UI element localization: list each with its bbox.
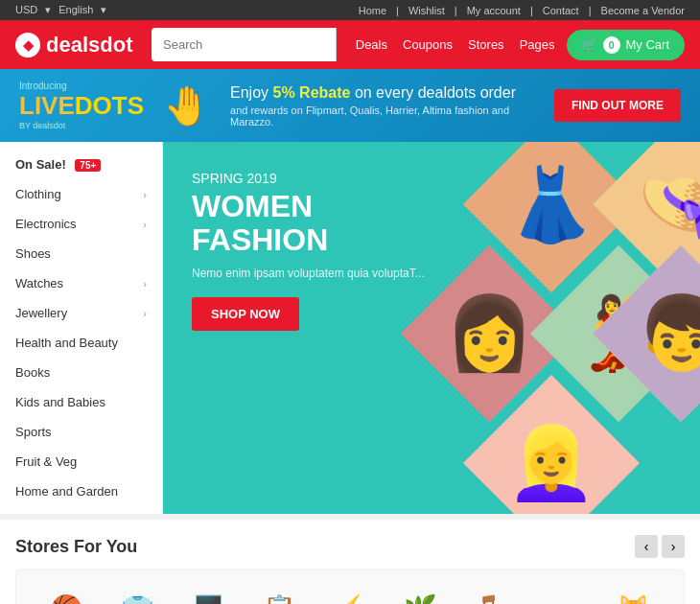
store-baseball[interactable]: 🏀 Baseball (32, 586, 103, 604)
harrier-icon: 🚗 (546, 593, 579, 604)
furnicor-icon: 🪑 (475, 593, 508, 604)
banner-hand-icon: 🤚 (163, 83, 211, 128)
by-text: BY dealsdot (19, 121, 144, 130)
sidebar-item-jewellery[interactable]: Jewellery › (0, 298, 162, 328)
chevron-right-icon: › (143, 278, 147, 290)
cart-label: My Cart (626, 37, 670, 52)
cart-count: 0 (603, 36, 620, 54)
kids-label: Kids and Babies (15, 395, 105, 409)
sale-badge: 75+ (75, 159, 101, 172)
sports-label: Sports (15, 425, 52, 439)
main-content: On Sale! 75+ Clothing › Electronics › Sh… (0, 142, 700, 514)
health-label: Health and Beauty (15, 336, 118, 350)
nav-pages[interactable]: Pages (520, 37, 555, 52)
hero-text: SPRING 2019 WOMEN FASHION Nemo enim ipsa… (192, 171, 455, 331)
clothing-label: Clothing (15, 187, 61, 201)
nav-home[interactable]: Home (359, 5, 399, 16)
search-button[interactable]: 🔍 (336, 28, 344, 61)
logo[interactable]: ◆ dealsdot (15, 33, 140, 58)
stores-title: Stores For You (15, 537, 137, 557)
flipmart-icon: 👕 (121, 593, 154, 604)
banner-message: Enjoy 5% Rebate on every dealdots order … (230, 84, 535, 128)
jewellery-label: Jewellery (15, 306, 67, 320)
stores-next-button[interactable]: › (662, 535, 685, 558)
sidebar-item-fruit[interactable]: Fruit & Veg (0, 447, 162, 476)
chevron-right-icon: › (143, 219, 147, 230)
store-electromax[interactable]: ⚡ Electromax (315, 586, 385, 604)
baseball-icon: 🏀 (50, 593, 83, 604)
nav-vendor[interactable]: Become a Vendor (601, 5, 685, 16)
store-amazon[interactable]: 🖥️ Amazon (174, 586, 245, 604)
language-selector[interactable]: ▾ (45, 4, 51, 16)
home-label: Home and Garden (15, 484, 118, 499)
sidebar-item-clothing[interactable]: Clothing › (0, 179, 162, 209)
store-petscare[interactable]: 🐱 Petscare (597, 586, 668, 604)
promo-banner: Introducing LIVEDOTS BY dealsdot 🤚 Enjoy… (0, 69, 700, 142)
top-bar-right: Home Wishlist My account Contact Become … (359, 5, 685, 16)
sidebar-item-shoes[interactable]: Shoes (0, 239, 162, 268)
store-beautycart[interactable]: 🌿 Beautycart (385, 586, 456, 604)
store-babywise[interactable]: 📋 Babywise (244, 586, 315, 604)
nav-coupons[interactable]: Coupons (403, 37, 453, 52)
fruit-label: Fruit & Veg (15, 454, 77, 469)
stores-prev-button[interactable]: ‹ (635, 535, 658, 558)
logo-text: dealsdot (46, 33, 132, 58)
store-furnicor[interactable]: 🪑 Furnicor (456, 586, 527, 604)
sidebar-item-books[interactable]: Books (0, 358, 162, 387)
currency-selector[interactable]: USD (15, 4, 37, 16)
hero-desc: Nemo enim ipsam voluptatem quia voluptaT… (192, 267, 455, 280)
livedots-text: LIVEDOTS (19, 91, 144, 121)
sidebar-item-sports[interactable]: Sports (0, 417, 162, 447)
amazon-icon: 🖥️ (192, 593, 225, 604)
babywise-icon: 📋 (263, 593, 296, 604)
hero-title: WOMEN FASHION (192, 190, 455, 257)
chevron-right-icon: › (143, 189, 147, 200)
nav-deals[interactable]: Deals (356, 37, 387, 52)
promo-subtext: and rewards on Flipmart, Qualis, Harrier… (230, 105, 535, 128)
nav-wishlist[interactable]: Wishlist (408, 5, 457, 16)
nav-account[interactable]: My account (467, 5, 533, 16)
stores-header: Stores For You ‹ › (15, 535, 685, 558)
chevron-right-icon: › (143, 308, 147, 319)
cart-button[interactable]: 🛒 0 My Cart (567, 30, 686, 60)
sidebar: On Sale! 75+ Clothing › Electronics › Sh… (0, 142, 163, 514)
livedots-logo: Introducing LIVEDOTS BY dealsdot (19, 81, 144, 130)
nav-contact[interactable]: Contact (543, 5, 592, 16)
sidebar-item-home[interactable]: Home and Garden (0, 476, 162, 506)
sidebar-item-kids[interactable]: Kids and Babies (0, 387, 162, 417)
nav-stores[interactable]: Stores (468, 37, 504, 52)
rebate-amount: 5% Rebate (273, 84, 351, 101)
store-harrier[interactable]: 🚗 Harrier (526, 586, 597, 604)
onsale-label: On Sale! 75+ (15, 157, 101, 172)
rebate-text: Enjoy 5% Rebate on every dealdots order (230, 84, 535, 102)
petscare-icon: 🐱 (617, 593, 650, 604)
find-out-button[interactable]: FIND OUT MORE (554, 89, 681, 122)
shop-now-button[interactable]: SHOP NOW (192, 297, 299, 331)
books-label: Books (15, 365, 50, 380)
search-input[interactable] (152, 28, 336, 61)
hero-section: SPRING 2019 WOMEN FASHION Nemo enim ipsa… (163, 142, 700, 514)
electromax-icon: ⚡ (334, 593, 367, 604)
logo-icon: ◆ (15, 33, 40, 58)
header-nav: Deals Coupons Stores Pages (356, 37, 555, 52)
top-bar-left: USD ▾ English ▾ (15, 4, 106, 16)
hero-season: SPRING 2019 (192, 171, 455, 186)
header: ◆ dealsdot 🔍 Deals Coupons Stores Pages … (0, 20, 700, 69)
top-bar: USD ▾ English ▾ Home Wishlist My account… (0, 0, 700, 20)
sidebar-item-onsale[interactable]: On Sale! 75+ (0, 150, 162, 179)
sidebar-item-health[interactable]: Health and Beauty (0, 328, 162, 358)
search-bar: 🔍 (152, 28, 344, 61)
sidebar-item-watches[interactable]: Watches › (0, 268, 162, 298)
language-label[interactable]: English (58, 4, 93, 16)
store-flipmart[interactable]: 👕 Flipmart (103, 586, 174, 604)
shoes-label: Shoes (15, 246, 51, 261)
beautycart-icon: 🌿 (404, 593, 437, 604)
stores-navigation: ‹ › (635, 535, 685, 558)
lang-arrow: ▾ (101, 4, 106, 16)
stores-section: Stores For You ‹ › 🏀 Baseball 👕 Flipmart… (0, 520, 700, 604)
electronics-label: Electronics (15, 217, 77, 231)
watches-label: Watches (15, 276, 63, 290)
sidebar-item-electronics[interactable]: Electronics › (0, 209, 162, 239)
introducing-text: Introducing (19, 81, 144, 91)
stores-grid: 🏀 Baseball 👕 Flipmart 🖥️ Amazon 📋 Babywi… (15, 569, 685, 604)
